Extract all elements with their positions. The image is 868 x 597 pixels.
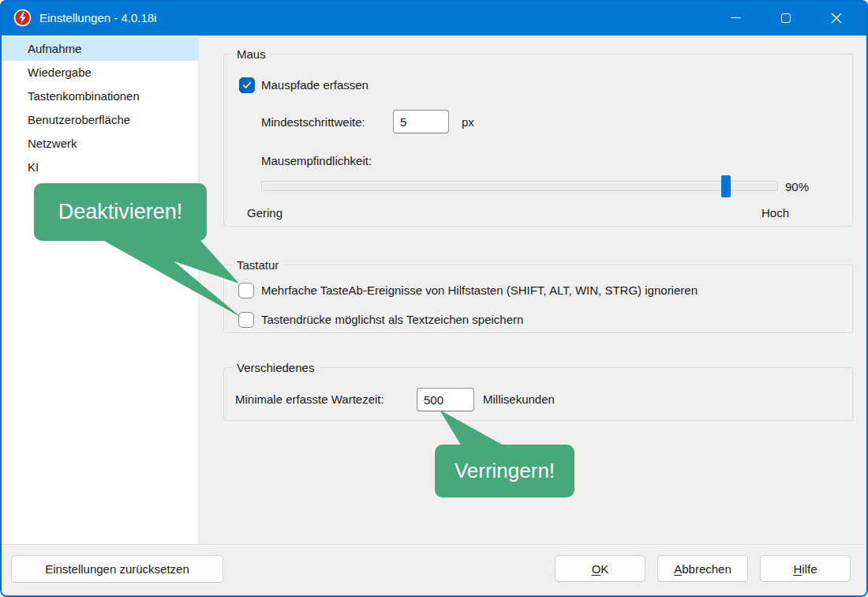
sidebar-item-tastenkombinationen[interactable]: Tastenkombinationen xyxy=(2,84,198,108)
maximize-button[interactable] xyxy=(761,0,811,36)
cancel-button[interactable]: Abbrechen xyxy=(657,555,748,582)
ok-button[interactable]: OK xyxy=(555,555,645,582)
group-verschiedenes-legend: Verschiedenes xyxy=(233,359,318,376)
sidebar-item-netzwerk[interactable]: Netzwerk xyxy=(2,132,198,156)
slider-max-label: Hoch xyxy=(761,205,789,221)
close-button[interactable] xyxy=(811,0,862,36)
mausempfindlichkeit-label: Mausempfindlichkeit: xyxy=(261,153,372,169)
slider-min-label: Gering xyxy=(247,205,282,221)
minimize-button[interactable] xyxy=(710,0,761,36)
callout-deaktivieren-text: Deaktivieren! xyxy=(58,200,183,224)
slider-value-label: 90% xyxy=(785,179,809,195)
millisekunden-unit-label: Millisekunden xyxy=(483,392,555,407)
mauspfade-label[interactable]: Mauspfade erfassen xyxy=(261,77,369,93)
group-maus: Maus Mauspfade erfassen Mindestschrittwe… xyxy=(223,54,853,227)
reset-button[interactable]: Einstellungen zurücksetzen xyxy=(11,555,223,583)
textzeichen-checkbox[interactable] xyxy=(238,312,254,328)
wartezeit-input[interactable] xyxy=(417,388,474,411)
sidebar-item-wiedergabe[interactable]: Wiedergabe xyxy=(2,61,198,84)
slider-thumb[interactable] xyxy=(721,175,731,197)
mindestschrittweite-label: Mindestschrittweite: xyxy=(261,115,365,130)
group-maus-legend: Maus xyxy=(233,46,270,62)
sidebar-item-ki[interactable]: KI xyxy=(2,156,198,179)
px-unit-label: px xyxy=(462,115,474,130)
callout-deaktivieren: Deaktivieren! xyxy=(34,183,207,241)
footer-bar: Einstellungen zurücksetzen OK Abbrechen … xyxy=(2,544,866,595)
minimize-icon xyxy=(731,17,741,19)
group-tastatur-legend: Tastatur xyxy=(233,257,282,273)
mindestschrittweite-input[interactable] xyxy=(393,110,449,133)
app-icon xyxy=(13,9,32,27)
callout-verringern-text: Verringern! xyxy=(455,459,555,483)
close-icon xyxy=(831,13,842,24)
titlebar[interactable]: Einstellungen - 4.0.18i xyxy=(0,0,868,36)
window-controls xyxy=(710,0,862,36)
sidebar-item-aufnahme[interactable]: Aufnahme xyxy=(2,37,198,61)
hilfstasten-label[interactable]: Mehrfache TasteAb-Ereignisse von Hilfsta… xyxy=(261,283,698,298)
window-title: Einstellungen - 4.0.18i xyxy=(39,11,156,24)
callout-verringern: Verringern! xyxy=(435,445,574,498)
group-verschiedenes: Verschiedenes Minimale erfasste Wartezei… xyxy=(223,367,853,421)
sidebar: Aufnahme Wiedergabe Tastenkombinationen … xyxy=(2,36,199,545)
maximize-icon xyxy=(781,13,791,23)
textzeichen-label[interactable]: Tastendrücke möglichst als Textzeichen s… xyxy=(261,312,523,328)
settings-window: Einstellungen - 4.0.18i Aufnahme Wiederg… xyxy=(0,0,868,597)
hilfstasten-checkbox[interactable] xyxy=(238,283,254,298)
mauspfade-checkbox[interactable] xyxy=(239,77,255,93)
mausempfindlichkeit-slider[interactable] xyxy=(261,181,778,191)
group-tastatur: Tastatur Mehrfache TasteAb-Ereignisse vo… xyxy=(223,265,853,333)
wartezeit-label: Minimale erfasste Wartezeit: xyxy=(235,392,384,407)
sidebar-item-benutzeroberflaeche[interactable]: Benutzeroberfläche xyxy=(2,108,198,132)
checkmark-icon xyxy=(242,81,252,89)
help-button[interactable]: Hilfe xyxy=(760,555,851,582)
